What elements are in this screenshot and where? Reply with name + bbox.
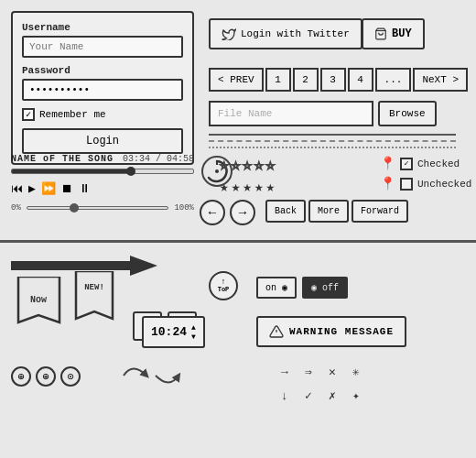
svg-text:Now: Now [30,295,47,305]
star-1[interactable]: ☆ [220,156,229,174]
ribbon-new: NEW! [71,271,117,333]
star-5[interactable]: ☆ [266,156,276,174]
svg-marker-7 [76,271,113,319]
page-ellipsis: ... [375,68,412,92]
svg-text:NEW!: NEW! [84,283,104,292]
checked-checkbox[interactable]: ✓ [400,158,413,170]
progress-fill [12,169,130,173]
circle-plus-button[interactable]: ⊕ [36,366,56,387]
warning-label: WARNING MESSAGE [289,326,394,337]
skip-back-button[interactable]: ⏮ [11,182,23,196]
password-input[interactable] [22,79,183,101]
asterisk-sym: ✳ [346,362,366,382]
remember-label: Remember me [39,109,106,120]
pagination: < PREV 1 2 3 4 ... NeXT > [209,68,468,92]
bottom-icons-row: ⊕ ⊕ ⊙ [11,366,81,387]
play-button[interactable]: ▶ [28,181,36,196]
pin-icon-2: 📍 [380,176,395,191]
next-page-button[interactable]: NeXT > [413,68,468,92]
pause-button[interactable]: ⏸ [79,182,91,196]
symbols-grid: → ⇒ ✕ ✳ ↓ ✓ ✗ ✦ [275,362,366,406]
time-up-button[interactable]: ▲ [191,323,196,332]
forward-button[interactable]: Forward [352,200,408,223]
section-divider [0,240,476,243]
close-x-sym: ✕ [322,362,342,382]
buy-btn-label: BUY [392,27,412,40]
svg-point-2 [215,169,219,173]
remember-checkbox[interactable]: ✓ [22,108,35,121]
warning-box: WARNING MESSAGE [256,316,406,347]
scroll-top-button[interactable]: ↑ ToP [209,271,238,300]
toggle-off-label: ◉ off [311,283,339,293]
volume-bar[interactable] [27,206,169,210]
ribbon-new-svg: NEW! [71,271,117,328]
unchecked-checkbox[interactable] [400,178,413,191]
unchecked-row: 📍 Unchecked [380,176,471,191]
toggle-off-button[interactable]: ◉ off [302,277,348,299]
time-down-button[interactable]: ▼ [191,333,196,341]
page-1-button[interactable]: 1 [265,68,291,92]
username-label: Username [22,22,183,33]
divider-dots [209,147,456,148]
arrow-right2-sym: ⇒ [298,362,319,382]
right-arrow-button[interactable]: → [230,200,255,225]
fast-forward-button[interactable]: ⏩ [41,181,56,196]
time-stepper[interactable]: ▲ ▼ [191,323,196,341]
stars-section: ☆ ☆ ☆ ☆ ☆ ★ ★ ★ ★ ★ [220,156,275,196]
plus-icon-button[interactable]: ⊕ [11,366,31,387]
toggle-on-label: on ◉ [265,283,287,293]
progress-bar[interactable] [11,169,194,174]
empty-stars-row[interactable]: ☆ ☆ ☆ ☆ ☆ [220,156,275,174]
star-sym: ✦ [346,386,366,406]
login-form: Username Password ✓ Remember me Login [11,11,194,165]
buy-button[interactable]: BUY [362,18,425,49]
more-button[interactable]: More [308,200,349,223]
arrow-right-sym: → [275,362,295,382]
file-row: File Name Browse [209,101,437,126]
star-2[interactable]: ☆ [232,156,241,174]
star-3[interactable]: ☆ [243,156,252,174]
circle-at-button[interactable]: ⊙ [60,366,81,387]
playback-controls: ⏮ ▶ ⏩ ⏹ ⏸ [11,181,194,196]
page-3-button[interactable]: 3 [320,68,346,92]
password-label: Password [22,65,183,76]
prev-page-button[interactable]: < PREV [209,68,264,92]
curved-arrows-section [119,357,183,394]
star-filled-4[interactable]: ★ [254,178,264,196]
cart-icon [374,27,387,40]
star-filled-5[interactable]: ★ [266,178,276,196]
curved-arrows-svg [119,357,183,394]
filled-stars-row[interactable]: ★ ★ ★ ★ ★ [220,178,275,196]
toggle-on-button[interactable]: on ◉ [256,277,297,299]
page-4-button[interactable]: 4 [348,68,373,92]
volume-thumb [70,203,79,213]
star-filled-1[interactable]: ★ [220,178,229,196]
vol-max: 100% [174,203,194,213]
remember-row: ✓ Remember me [22,108,183,121]
x-sym: ✗ [322,386,342,406]
login-button[interactable]: Login [22,128,183,154]
divider-dashed [209,140,456,142]
back-button[interactable]: Back [265,200,306,223]
file-placeholder: File Name [218,108,272,119]
nav-buttons-group: Back More Forward [265,200,408,223]
username-input[interactable] [22,36,183,58]
twitter-login-button[interactable]: Login with Twitter [209,18,362,49]
stop-button[interactable]: ⏹ [61,182,73,196]
check-sym: ✓ [298,386,319,406]
browse-button[interactable]: Browse [378,101,437,126]
time-value: 10:24 [151,325,187,339]
checkbox-section: 📍 ✓ Checked 📍 Unchecked [380,156,471,196]
checked-row: 📍 ✓ Checked [380,156,471,171]
star-filled-2[interactable]: ★ [232,178,241,196]
progress-thumb [126,167,135,176]
file-name-input[interactable]: File Name [209,101,373,126]
star-4[interactable]: ☆ [254,156,264,174]
twitter-btn-label: Login with Twitter [241,28,350,39]
twitter-icon [222,27,236,40]
pin-icon-1: 📍 [380,156,395,171]
page-2-button[interactable]: 2 [293,68,319,92]
time-widget: 10:24 ▲ ▼ [142,316,205,348]
left-arrow-button[interactable]: ← [200,200,225,225]
star-filled-3[interactable]: ★ [243,178,252,196]
